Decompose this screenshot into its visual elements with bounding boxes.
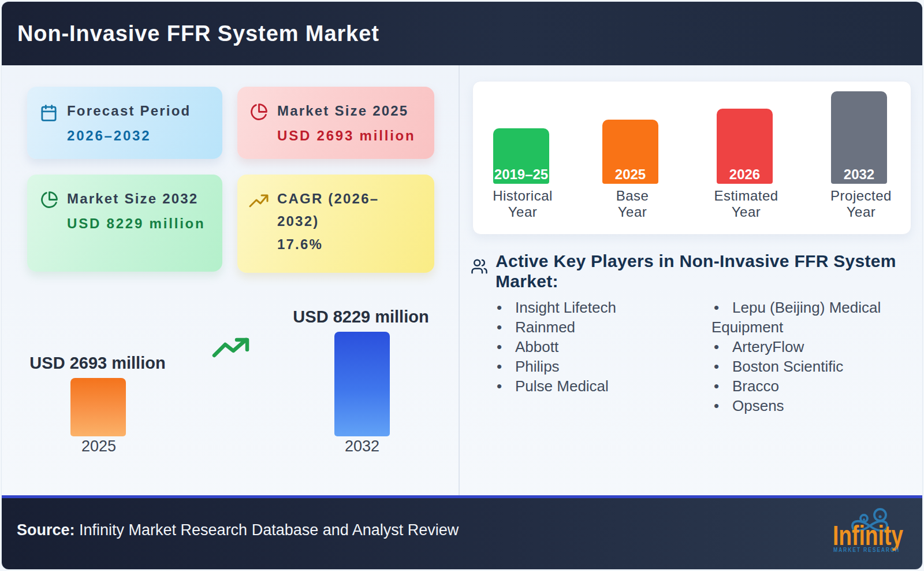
svg-text:MARKET RESEARCH: MARKET RESEARCH <box>833 547 900 553</box>
